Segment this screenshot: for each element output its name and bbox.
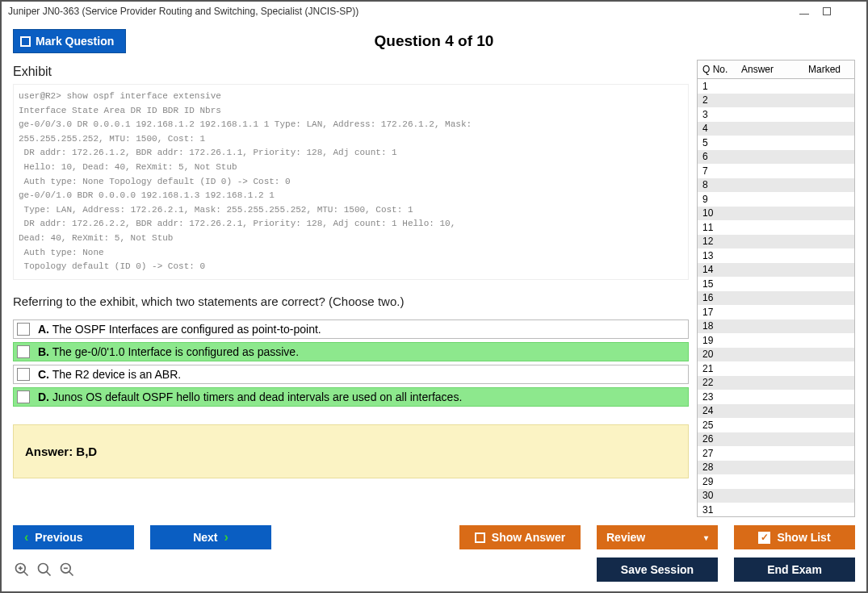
choice-letter: D. — [38, 390, 49, 403]
qno-cell: 4 — [698, 123, 736, 134]
question-list-row[interactable]: 23 — [698, 390, 854, 404]
qno-cell: 5 — [698, 137, 736, 148]
qno-cell: 7 — [698, 165, 736, 177]
question-list-row[interactable]: 21 — [698, 361, 854, 376]
question-list-row[interactable]: 8 — [698, 178, 854, 193]
mark-question-button[interactable]: Mark Question — [13, 29, 126, 53]
qno-cell: 24 — [698, 405, 736, 416]
question-stem: Referring to the exhibit, which two stat… — [13, 294, 689, 308]
qno-cell: 17 — [698, 307, 736, 318]
qno-cell: 8 — [698, 179, 736, 190]
choice-text: The ge-0/0'1.0 Interface is configured a… — [52, 345, 299, 358]
zoom-in-icon[interactable] — [13, 561, 31, 578]
question-list-row[interactable]: 22 — [698, 376, 854, 390]
question-list-header: Q No. Answer Marked — [698, 61, 854, 79]
qno-cell: 11 — [698, 222, 736, 233]
choice-row[interactable]: D. Junos OS default OSPF hello timers an… — [13, 387, 689, 407]
minimize-icon[interactable] — [799, 6, 810, 17]
end-exam-button[interactable]: End Exam — [734, 558, 855, 582]
question-list-row[interactable]: 2 — [698, 94, 854, 108]
qno-cell: 9 — [698, 194, 736, 205]
qno-cell: 13 — [698, 250, 736, 261]
question-list-row[interactable]: 31 — [698, 503, 854, 516]
question-list-row[interactable]: 24 — [698, 404, 854, 419]
qno-cell: 20 — [698, 349, 736, 360]
qno-cell: 16 — [698, 292, 736, 303]
zoom-controls — [13, 561, 76, 578]
choice-letter: A. — [38, 323, 49, 336]
qno-cell: 26 — [698, 433, 736, 445]
question-list-row[interactable]: 17 — [698, 305, 854, 319]
question-list-row[interactable]: 3 — [698, 107, 854, 122]
choice-checkbox[interactable] — [17, 345, 30, 358]
show-list-button[interactable]: ✓ Show List — [734, 525, 855, 549]
qno-cell: 19 — [698, 335, 736, 346]
question-list-row[interactable]: 15 — [698, 277, 854, 291]
question-list-row[interactable]: 29 — [698, 474, 854, 489]
qno-cell: 15 — [698, 278, 736, 290]
choice-checkbox[interactable] — [17, 368, 30, 381]
choice-row[interactable]: A. The OSPF Interfaces are configured as… — [13, 319, 689, 339]
check-icon: ✓ — [758, 532, 770, 544]
col-marked: Marked — [795, 61, 854, 78]
review-button[interactable]: Review ▾ — [597, 525, 718, 549]
choice-text: Junos OS default OSPF hello timers and d… — [52, 390, 462, 403]
qno-cell: 6 — [698, 151, 736, 162]
show-answer-button[interactable]: Show Answer — [459, 525, 581, 549]
question-list-row[interactable]: 13 — [698, 248, 854, 263]
question-list-row[interactable]: 26 — [698, 432, 854, 447]
choice-text: The OSPF Interfaces are configured as po… — [52, 323, 321, 336]
choice-checkbox[interactable] — [17, 323, 30, 336]
checkbox-icon — [475, 532, 485, 543]
qno-cell: 10 — [698, 207, 736, 219]
qno-cell: 29 — [698, 476, 736, 487]
choice-checkbox[interactable] — [17, 390, 30, 403]
question-list-row[interactable]: 28 — [698, 461, 854, 475]
question-pane: Exhibit user@R2> show ospf interface ext… — [13, 60, 697, 517]
question-list-row[interactable]: 4 — [698, 122, 854, 136]
choice-row[interactable]: B. The ge-0/0'1.0 Interface is configure… — [13, 342, 689, 361]
question-list-row[interactable]: 16 — [698, 291, 854, 306]
qno-cell: 3 — [698, 109, 736, 120]
question-list-body[interactable]: 1234567891011121314151617181920212223242… — [698, 79, 854, 516]
exhibit-box: user@R2> show ospf interface extensive I… — [13, 84, 689, 280]
question-list-row[interactable]: 30 — [698, 489, 854, 503]
svg-line-3 — [24, 572, 28, 576]
question-list-row[interactable]: 18 — [698, 319, 854, 334]
exhibit-text: user@R2> show ospf interface extensive I… — [19, 90, 683, 274]
zoom-out-icon[interactable] — [58, 561, 76, 578]
col-qno: Q No. — [698, 61, 736, 78]
header: Mark Question Question 4 of 10 — [2, 21, 866, 60]
choice-text: The R2 device is an ABR. — [52, 368, 182, 381]
zoom-reset-icon[interactable] — [36, 561, 53, 578]
choice-row[interactable]: C. The R2 device is an ABR. — [13, 365, 689, 384]
question-list-row[interactable]: 19 — [698, 333, 854, 348]
question-list-row[interactable]: 25 — [698, 418, 854, 432]
choices-list: A. The OSPF Interfaces are configured as… — [13, 319, 689, 407]
qno-cell: 30 — [698, 490, 736, 501]
question-list-row[interactable]: 11 — [698, 220, 854, 235]
question-counter: Question 4 of 10 — [2, 32, 866, 50]
next-button[interactable]: Next › — [150, 525, 271, 549]
svg-line-9 — [69, 572, 73, 576]
question-list-row[interactable]: 10 — [698, 207, 854, 221]
qno-cell: 12 — [698, 236, 736, 247]
previous-button[interactable]: ‹ Previous — [13, 525, 134, 549]
close-icon[interactable] — [844, 6, 855, 17]
question-list-row[interactable]: 7 — [698, 164, 854, 178]
question-list-row[interactable]: 20 — [698, 348, 854, 362]
question-list-row[interactable]: 9 — [698, 192, 854, 207]
answer-label: Answer: — [25, 445, 73, 458]
question-list-row[interactable]: 12 — [698, 235, 854, 249]
maximize-icon[interactable] — [821, 6, 832, 17]
save-session-button[interactable]: Save Session — [597, 558, 718, 582]
question-list-row[interactable]: 1 — [698, 79, 854, 94]
question-list-row[interactable]: 6 — [698, 150, 854, 165]
question-list-row[interactable]: 5 — [698, 136, 854, 150]
mark-question-label: Mark Question — [36, 35, 114, 48]
svg-line-7 — [47, 572, 51, 576]
question-list-row[interactable]: 14 — [698, 263, 854, 278]
answer-box: Answer: B,D — [13, 424, 689, 478]
qno-cell: 18 — [698, 320, 736, 332]
question-list-row[interactable]: 27 — [698, 446, 854, 461]
